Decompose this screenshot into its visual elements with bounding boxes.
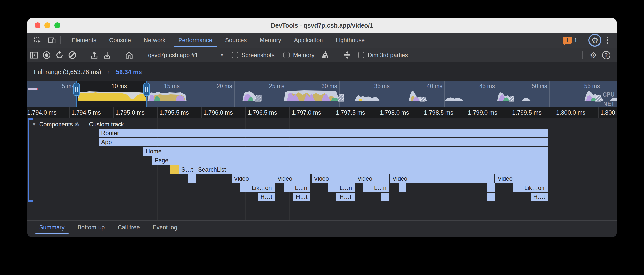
flame-bar-video[interactable]: Video bbox=[390, 174, 494, 183]
flame-bar-st[interactable]: S…t bbox=[179, 165, 196, 174]
flame-chart-area[interactable]: ▼ Components ⚛ — Custom track RouterAppH… bbox=[28, 118, 616, 220]
tab-application[interactable]: Application bbox=[288, 33, 329, 48]
toggle-device-toolbar-icon[interactable] bbox=[48, 36, 56, 44]
record-icon[interactable] bbox=[42, 50, 52, 60]
capture-settings-gear-icon[interactable]: ⚙ bbox=[588, 50, 598, 60]
flame-bar[interactable] bbox=[513, 184, 521, 192]
tab-lighthouse[interactable]: Lighthouse bbox=[330, 33, 371, 48]
flame-bar-likon[interactable]: Lik…on bbox=[249, 184, 274, 192]
flame-bar-ln[interactable]: L…n bbox=[292, 184, 310, 192]
minimap-tick-label: 50 ms bbox=[532, 83, 550, 90]
devtools-tab-bar: ElementsConsoleNetworkPerformanceSources… bbox=[28, 33, 616, 48]
checkbox-box bbox=[232, 52, 238, 58]
selected-range-breadcrumb[interactable]: 56.34 ms bbox=[116, 68, 142, 76]
tab-sources[interactable]: Sources bbox=[219, 33, 253, 48]
flame-bar[interactable] bbox=[188, 174, 196, 183]
flame-bar-ln[interactable]: L…n bbox=[337, 184, 354, 192]
timeline-tick-label: 1,797.0 ms bbox=[292, 109, 321, 116]
network-request-strip bbox=[28, 88, 36, 90]
flame-bar-router[interactable]: Router bbox=[99, 128, 548, 137]
dim-3rd-parties-checkbox[interactable]: Dim 3rd parties bbox=[358, 52, 408, 58]
flame-bar[interactable] bbox=[170, 165, 178, 174]
inspect-element-icon[interactable] bbox=[33, 36, 42, 44]
settings-focus-ring[interactable]: ⚙ bbox=[588, 34, 601, 47]
flame-bar[interactable] bbox=[284, 184, 292, 192]
details-tab-call-tree[interactable]: Call tree bbox=[111, 221, 146, 234]
target-label: qsvd7p.csb.app #1 bbox=[148, 52, 198, 58]
flame-bar-page[interactable]: Page bbox=[152, 156, 548, 165]
flame-bar-video[interactable]: Video bbox=[232, 174, 274, 183]
cpu-baseline-dashed-line bbox=[28, 101, 616, 102]
issues-counter[interactable]: ! 1 bbox=[563, 36, 577, 44]
components-track-header[interactable]: ▼ Components ⚛ — Custom track bbox=[32, 121, 124, 128]
panel-tabs: ElementsConsoleNetworkPerformanceSources… bbox=[65, 33, 371, 48]
collapse-track-icon[interactable]: ▼ bbox=[32, 122, 36, 127]
reload-and-record-icon[interactable] bbox=[54, 50, 64, 60]
flame-bar-ln[interactable]: L…n bbox=[372, 184, 389, 192]
timeline-overview-minimap[interactable]: 5 ms10 ms15 ms20 ms25 ms30 ms35 ms40 ms4… bbox=[28, 82, 616, 108]
flame-bar[interactable] bbox=[328, 184, 337, 192]
minimap-tick-label: 30 ms bbox=[322, 83, 339, 90]
collect-garbage-icon[interactable] bbox=[320, 50, 330, 60]
checkbox-box bbox=[284, 52, 290, 58]
details-tab-bar: SummaryBottom-upCall treeEvent log bbox=[28, 220, 616, 234]
help-icon[interactable]: ? bbox=[601, 50, 611, 60]
timeline-tick bbox=[157, 108, 158, 118]
flame-bar-ht[interactable]: H…t bbox=[293, 192, 310, 201]
toggle-sidebar-icon[interactable] bbox=[29, 50, 39, 60]
clear-recording-icon[interactable] bbox=[68, 50, 77, 60]
collapse-sanctions-icon[interactable] bbox=[342, 50, 352, 60]
flame-bar-likon[interactable]: Lik…on bbox=[521, 184, 548, 192]
screenshots-checkbox[interactable]: Screenshots bbox=[232, 52, 274, 58]
flame-bar[interactable] bbox=[398, 184, 406, 192]
timeline-tick-label: 1,798.5 ms bbox=[424, 109, 453, 116]
details-tab-event-log[interactable]: Event log bbox=[146, 221, 184, 234]
flame-bar-video[interactable]: Video bbox=[355, 174, 390, 183]
selection-right-handle[interactable] bbox=[144, 83, 150, 96]
memory-checkbox[interactable]: Memory bbox=[284, 52, 314, 58]
timeline-tick-label: 1,796.0 ms bbox=[204, 109, 233, 116]
full-range-breadcrumb[interactable]: Full range (3,653.76 ms) bbox=[34, 68, 101, 76]
flame-bar-ht[interactable]: H…t bbox=[336, 192, 354, 201]
checkbox-label: Memory bbox=[293, 52, 314, 58]
tab-performance[interactable]: Performance bbox=[172, 33, 218, 48]
selection-left-handle[interactable] bbox=[73, 83, 80, 96]
chevron-down-icon: ▼ bbox=[220, 53, 224, 57]
tab-console[interactable]: Console bbox=[103, 33, 137, 48]
minimap-tick-label: 55 ms bbox=[584, 83, 602, 90]
flame-bar[interactable] bbox=[240, 184, 249, 192]
load-profile-icon[interactable] bbox=[90, 50, 99, 60]
flame-bar-searchlist[interactable]: SearchList bbox=[196, 165, 548, 174]
home-icon[interactable] bbox=[124, 50, 134, 60]
flame-bar[interactable] bbox=[487, 192, 495, 201]
details-tab-summary[interactable]: Summary bbox=[33, 221, 71, 234]
track-title: Components ⚛ — Custom track bbox=[39, 121, 124, 128]
timeline-tick bbox=[201, 108, 202, 118]
more-options-icon[interactable] bbox=[603, 36, 612, 44]
timeline-tick bbox=[378, 108, 378, 118]
timeline-tick-label: 1,794.0 ms bbox=[28, 109, 56, 116]
timeline-tick-label: 1,795.0 ms bbox=[115, 109, 145, 116]
flame-bar[interactable] bbox=[363, 184, 372, 192]
network-request-strip-highlight bbox=[36, 88, 38, 90]
checkbox-label: Screenshots bbox=[242, 52, 274, 58]
flame-bar-ht[interactable]: H…t bbox=[531, 192, 548, 201]
target-selector[interactable]: qsvd7p.csb.app #1 ▼ bbox=[148, 52, 224, 58]
flame-bar[interactable] bbox=[381, 192, 389, 201]
flame-bar-video[interactable]: Video bbox=[312, 174, 354, 183]
tab-network[interactable]: Network bbox=[137, 33, 172, 48]
minimap-tick-label: 40 ms bbox=[427, 83, 444, 90]
flame-bar-video[interactable]: Video bbox=[495, 174, 548, 183]
flame-bar-home[interactable]: Home bbox=[144, 147, 548, 156]
flame-bar-app[interactable]: App bbox=[99, 138, 548, 146]
timeline-tick-label: 1,795.5 ms bbox=[160, 109, 189, 116]
save-profile-icon[interactable] bbox=[102, 50, 112, 60]
flame-bar-video[interactable]: Video bbox=[275, 174, 310, 183]
tab-elements[interactable]: Elements bbox=[65, 33, 103, 48]
track-gridline bbox=[554, 118, 554, 220]
flame-bar-ht[interactable]: H…t bbox=[258, 192, 274, 201]
divider bbox=[60, 36, 61, 44]
flame-bar[interactable] bbox=[487, 184, 495, 192]
tab-memory[interactable]: Memory bbox=[253, 33, 288, 48]
details-tab-bottom-up[interactable]: Bottom-up bbox=[71, 221, 111, 234]
